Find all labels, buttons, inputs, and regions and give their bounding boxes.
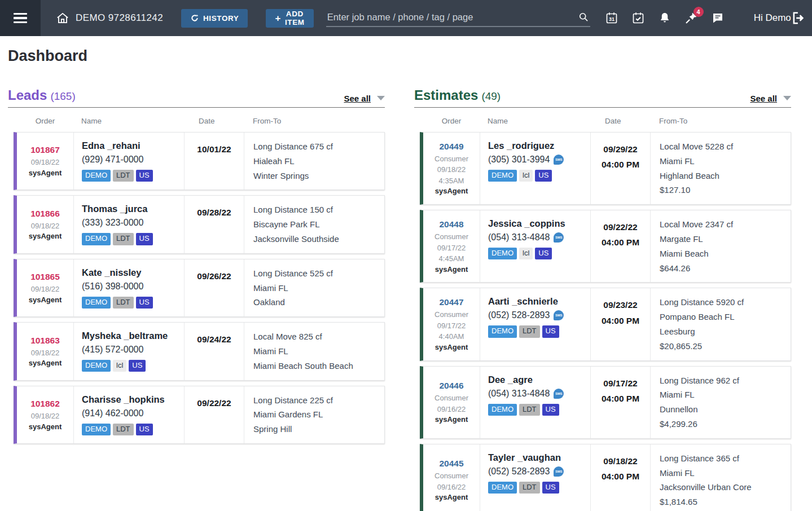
fromto-cell: Local Move 2347 cfMargate FLMiami Beach$… bbox=[650, 210, 791, 282]
name-cell: Mysheka _beltrame(415) 572-0000DEMOlclUS bbox=[73, 323, 184, 380]
logout-icon[interactable] bbox=[791, 11, 806, 25]
fromto-line: $4,299.26 bbox=[660, 417, 782, 431]
customer-name: Jessica _coppins bbox=[488, 218, 582, 229]
leads-rows: 10186709/18/22sysAgentEdna _rehani(929) … bbox=[14, 132, 385, 444]
estimates-rows: 20449Consumer09/18/224:35AMsysAgentLes _… bbox=[420, 132, 791, 511]
fromto-line: Dunnellon bbox=[660, 402, 782, 417]
date-line: 09/28/22 bbox=[191, 205, 237, 220]
calendar-icon[interactable]: 31 bbox=[605, 11, 618, 25]
date-cell: 09/24/22 bbox=[184, 323, 244, 380]
fromto-line: Miami Beach bbox=[660, 246, 782, 261]
leads-title: Leads(165) bbox=[8, 87, 76, 103]
order-number-link[interactable]: 20448 bbox=[439, 219, 463, 230]
customer-name: Charisse _hopkins bbox=[82, 394, 176, 405]
history-button-label: HISTORY bbox=[203, 14, 239, 23]
order-number-link[interactable]: 101866 bbox=[30, 209, 60, 219]
name-cell: Charisse _hopkins(914) 462-0000DEMOLDTUS bbox=[73, 386, 184, 443]
agent-label: sysAgent bbox=[435, 265, 468, 274]
search-icon[interactable] bbox=[578, 11, 589, 23]
name-cell: Dee _agre(054) 313-4848SMSDEMOLDTUS bbox=[480, 367, 590, 438]
phone-number: (305) 301-3994 bbox=[488, 155, 550, 165]
agent-label: sysAgent bbox=[435, 493, 468, 501]
table-row[interactable]: 10186709/18/22sysAgentEdna _rehani(929) … bbox=[14, 132, 385, 190]
tag-chip: US bbox=[542, 325, 559, 337]
order-cell: 20446Consumer09/16/22sysAgent bbox=[423, 367, 480, 438]
order-number-link[interactable]: 101863 bbox=[30, 336, 60, 346]
history-button[interactable]: HISTORY bbox=[181, 9, 248, 28]
order-number-link[interactable]: 20449 bbox=[439, 142, 463, 152]
tag-list: DEMOLDTUS bbox=[488, 325, 582, 337]
dashboard-panels: Leads(165) See all Order Name Date From-… bbox=[8, 87, 804, 511]
order-number-link[interactable]: 101865 bbox=[30, 272, 60, 282]
order-cell: 10186609/18/22sysAgent bbox=[17, 196, 73, 253]
date-line: 09/23/22 bbox=[598, 297, 643, 312]
hamburger-menu-icon[interactable] bbox=[0, 0, 41, 36]
order-number-link[interactable]: 20446 bbox=[439, 381, 463, 391]
add-item-button[interactable]: + ADD ITEM bbox=[266, 9, 313, 28]
fromto-line: Pompano Beach FL bbox=[660, 310, 782, 324]
order-subline: Consumer bbox=[434, 153, 468, 165]
date-cell: 09/29/2204:00 PM bbox=[590, 133, 650, 204]
plus-icon: + bbox=[275, 14, 281, 23]
see-all-label: See all bbox=[750, 94, 777, 103]
tag-chip: US bbox=[542, 404, 559, 416]
table-row[interactable]: 20449Consumer09/18/224:35AMsysAgentLes _… bbox=[420, 132, 791, 205]
customer-phone: (052) 528-2893SMS bbox=[488, 310, 582, 320]
name-cell: Thomas _jurca(333) 323-0000DEMOLDTUS bbox=[73, 196, 184, 253]
phone-number: (054) 313-4848 bbox=[488, 232, 550, 243]
home-button[interactable] bbox=[55, 11, 70, 25]
navbar-icon-group: 31 4 bbox=[605, 11, 725, 25]
tag-chip: DEMO bbox=[82, 170, 111, 182]
table-row[interactable]: 10186509/18/22sysAgentKate _nissley(516)… bbox=[14, 259, 385, 317]
fromto-line: Biscayne Park FL bbox=[253, 217, 375, 232]
estimates-column-headers: Order Name Date From-To bbox=[423, 108, 791, 132]
table-row[interactable]: 20445Consumer09/16/22sysAgentTayler _vau… bbox=[420, 444, 791, 511]
pin-badge: 4 bbox=[694, 7, 704, 17]
bell-icon[interactable] bbox=[658, 11, 671, 25]
table-row[interactable]: 10186209/18/22sysAgentCharisse _hopkins(… bbox=[14, 386, 385, 444]
date-line: 09/22/22 bbox=[598, 219, 643, 235]
table-row[interactable]: 10186309/18/22sysAgentMysheka _beltrame(… bbox=[14, 322, 385, 380]
sms-icon: SMS bbox=[554, 389, 564, 399]
order-number-link[interactable]: 20447 bbox=[439, 297, 463, 307]
leads-see-all-link[interactable]: See all bbox=[344, 94, 385, 103]
order-number-link[interactable]: 101862 bbox=[30, 399, 60, 409]
sms-icon: SMS bbox=[554, 232, 564, 243]
tag-chip: lcl bbox=[519, 248, 533, 259]
tag-chip: DEMO bbox=[488, 325, 517, 337]
pin-icon[interactable]: 4 bbox=[684, 11, 698, 25]
order-number-link[interactable]: 101867 bbox=[30, 145, 60, 155]
agent-label: sysAgent bbox=[29, 232, 62, 240]
name-cell: Edna _rehani(929) 471-0000DEMOLDTUS bbox=[73, 133, 184, 190]
order-cell: 10186309/18/22sysAgent bbox=[17, 323, 73, 380]
order-number-link[interactable]: 20445 bbox=[439, 459, 463, 469]
fromto-cell: Long Distance 150 cfBiscayne Park FLJack… bbox=[244, 196, 384, 253]
customer-phone: (914) 462-0000 bbox=[82, 408, 176, 419]
fromto-line: Long Distance 225 cf bbox=[253, 393, 375, 408]
table-row[interactable]: 10186609/18/22sysAgentThomas _jurca(333)… bbox=[14, 195, 385, 253]
fromto-line: $20,865.25 bbox=[660, 339, 782, 354]
tag-list: DEMOlclUS bbox=[488, 248, 582, 259]
calendar-check-icon[interactable] bbox=[631, 11, 645, 25]
name-cell: Aarti _schnierle(052) 528-2893SMSDEMOLDT… bbox=[480, 288, 590, 360]
table-row[interactable]: 20448Consumer09/17/224:45AMsysAgentJessi… bbox=[420, 210, 791, 283]
fromto-line: $644.26 bbox=[660, 261, 782, 276]
column-header-date: Date bbox=[590, 117, 650, 125]
table-row[interactable]: 20446Consumer09/16/22sysAgentDee _agre(0… bbox=[420, 366, 791, 439]
tag-chip: DEMO bbox=[488, 170, 517, 182]
phone-number: (054) 313-4848 bbox=[488, 389, 550, 399]
fromto-line: Miami FL bbox=[253, 281, 375, 296]
fromto-line: Miami FL bbox=[660, 154, 782, 169]
date-line: 04:00 PM bbox=[598, 235, 643, 250]
customer-name: Les _rodriguez bbox=[488, 140, 582, 151]
leads-title-text: Leads bbox=[8, 87, 47, 103]
table-row[interactable]: 20447Consumer09/17/224:40AMsysAgentAarti… bbox=[420, 288, 791, 360]
chat-icon[interactable] bbox=[711, 11, 725, 25]
tag-chip: DEMO bbox=[488, 248, 517, 259]
date-cell: 09/22/2204:00 PM bbox=[590, 210, 650, 282]
tag-list: DEMOLDTUS bbox=[82, 297, 176, 309]
fromto-line: Long Distance 150 cf bbox=[253, 202, 375, 217]
sms-icon: SMS bbox=[554, 155, 564, 165]
estimates-see-all-link[interactable]: See all bbox=[750, 94, 791, 103]
search-input[interactable] bbox=[326, 10, 590, 24]
